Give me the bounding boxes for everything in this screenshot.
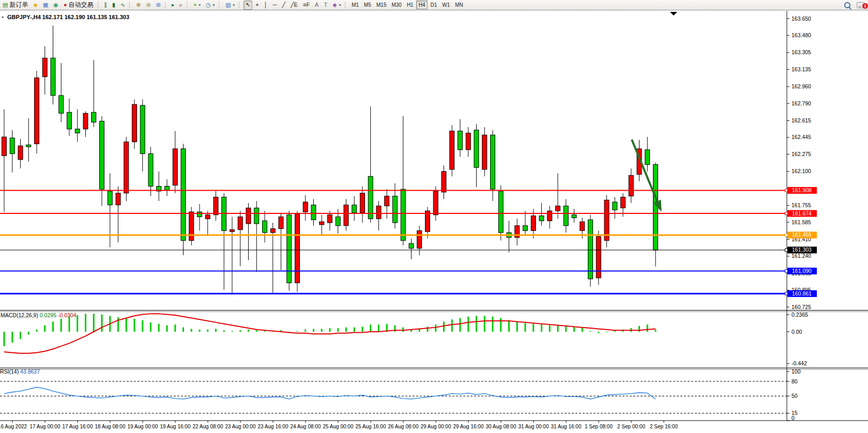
periods-button[interactable]: ◷▾ [204, 1, 217, 10]
macd-histogram-bar [532, 324, 534, 332]
candle-body [51, 58, 55, 96]
candle-body [621, 197, 626, 208]
tab-timeframe-H4[interactable]: H4 [416, 1, 428, 9]
macd-histogram-bar [402, 328, 404, 332]
search-icon[interactable] [844, 2, 850, 8]
line-chart-button[interactable]: ∿ [118, 1, 127, 10]
candle-body [230, 229, 235, 231]
fibonacci-button[interactable]: ≡F [301, 1, 312, 10]
horizontal-line-icon: ─ [273, 2, 277, 8]
text-label-button[interactable]: T [322, 1, 329, 10]
tile-windows-button[interactable]: ⊞ [154, 1, 163, 10]
candle-body [458, 131, 463, 150]
time-tick-label: 25 Aug 00:00 [323, 424, 354, 429]
tab-timeframe-D1[interactable]: D1 [428, 1, 439, 9]
chart-canvas[interactable]: 163.650163.480163.305163.135162.960162.7… [0, 10, 868, 433]
cursor-button[interactable]: ↖ [243, 1, 252, 10]
vertical-line-button[interactable]: │ [262, 1, 270, 10]
tab-timeframe-M5[interactable]: M5 [361, 1, 374, 9]
macd-histogram-bar [232, 331, 233, 332]
rsi-axis-label: 80 [791, 378, 798, 384]
zoom-out-button[interactable]: ⊖ [144, 1, 153, 10]
indicators-button[interactable]: +▾ [191, 1, 203, 10]
price-tick-label: 163.135 [791, 66, 811, 72]
tab-timeframe-M15[interactable]: M15 [374, 1, 389, 9]
tab-timeframe-MN[interactable]: MN [452, 1, 466, 9]
macd-histogram-bar [484, 316, 485, 332]
chart-window: 163.650163.480163.305163.135162.960162.7… [0, 10, 868, 433]
horizontal-line-button[interactable]: ─ [271, 1, 279, 10]
market-watch-button[interactable]: ▦ [41, 1, 50, 10]
macd-histogram-bar [142, 320, 143, 332]
chart-title: ▾GBPJPY-,H4 162.171 162.190 161.135 161.… [2, 14, 129, 20]
signals-button[interactable]: ◉ [51, 1, 60, 10]
notifications-icon[interactable]: 1 [857, 2, 865, 8]
text-button[interactable]: A [313, 1, 321, 10]
macd-histogram-bar [582, 328, 583, 332]
chart-shift-icon: ▹ [180, 2, 183, 8]
tab-timeframe-M1[interactable]: M1 [349, 1, 361, 9]
bar-chart-button[interactable]: ∥ [102, 1, 110, 10]
autotrading-icon: ● [64, 2, 67, 8]
macd-histogram-bar [215, 329, 217, 332]
auto-scroll-button[interactable]: ▸ [170, 1, 177, 10]
candlestick-chart-icon: ▮ [112, 2, 115, 8]
new-order-button[interactable]: ▤新订单 [1, 1, 30, 10]
time-tick-label: 2 Sep 16:00 [650, 424, 678, 429]
trendline-button[interactable]: ╱ [280, 1, 287, 10]
time-tick-label: 31 Aug 00:00 [519, 424, 549, 429]
autotrading-button[interactable]: ●自动交易 [62, 1, 96, 10]
templates-button[interactable]: ▧▾ [223, 1, 237, 10]
price-tick-label: 163.305 [791, 49, 811, 55]
title-collapse-icon[interactable]: ▾ [2, 15, 4, 20]
fibonacci-icon: ≡F [303, 2, 310, 8]
toolbar-separator [165, 2, 167, 8]
candle-body [645, 150, 650, 165]
rsi-axis-label: 0 [791, 415, 795, 421]
zoom-in-icon: ⊕ [136, 2, 141, 8]
chart-shift-button[interactable]: ▹ [178, 1, 185, 10]
pane-frame [0, 11, 868, 421]
candle-body [116, 193, 120, 205]
chevron-down-icon[interactable]: ▾ [233, 3, 235, 7]
price-axis: 163.650163.480163.305163.135162.960162.7… [787, 16, 811, 310]
tab-timeframe-H1[interactable]: H1 [404, 1, 416, 9]
crosshair-button[interactable]: + [253, 1, 261, 10]
candle-body [466, 133, 470, 149]
time-tick-label: 1 Sep 08:00 [585, 424, 613, 429]
price-badge-161.303: 161.303 [785, 246, 817, 253]
macd-histogram-bar [69, 317, 70, 332]
price-tick-label: 162.790 [791, 100, 811, 106]
candle-body [409, 243, 414, 249]
price-badge-label: 161.674 [792, 210, 812, 216]
rsi-line [4, 387, 656, 399]
chevron-down-icon[interactable]: ▾ [339, 3, 341, 7]
channel-button[interactable]: ╱E [288, 1, 300, 10]
candlestick-chart-button[interactable]: ▮ [110, 1, 117, 10]
macd-histogram-bar [256, 330, 257, 332]
macd-histogram-bar [52, 321, 54, 332]
macd-histogram-bar [573, 327, 575, 332]
chevron-down-icon[interactable]: ▾ [213, 3, 215, 7]
candle-body [547, 211, 552, 221]
zoom-in-button[interactable]: ⊕ [134, 1, 143, 10]
market-watch-icon: ▦ [43, 2, 48, 8]
time-tick-label: 22 Aug 08:00 [193, 424, 223, 429]
price-badge-161.455: 161.455 [785, 231, 817, 238]
price-tick-label: 162.275 [791, 151, 811, 157]
auto-scroll-icon: ▸ [172, 2, 175, 8]
macd-label: MACD(12,26,9) 0.0295 -0.0304 [1, 312, 77, 318]
price-badge-160.861: 160.861 [785, 290, 817, 297]
tab-timeframe-M30[interactable]: M30 [389, 1, 404, 9]
tab-timeframe-W1[interactable]: W1 [439, 1, 452, 9]
candle-body [441, 172, 446, 192]
candle-body [311, 205, 316, 220]
main-toolbar: ▤新订单◆▦◉●自动交易∥▮∿⊕⊖⊞▸▹+▾◷▾▧▾↖+│─╱╱E≡FAT◈▾M… [0, 0, 868, 10]
candle-body [629, 175, 633, 196]
metaeditor-button[interactable]: ◆ [31, 1, 39, 10]
chevron-down-icon[interactable]: ▾ [199, 3, 201, 7]
tile-windows-icon: ⊞ [156, 2, 161, 8]
macd-histogram-bar [101, 315, 103, 332]
time-tick-label: 29 Aug 16:00 [453, 424, 484, 429]
arrows-button[interactable]: ◈▾ [330, 1, 343, 10]
